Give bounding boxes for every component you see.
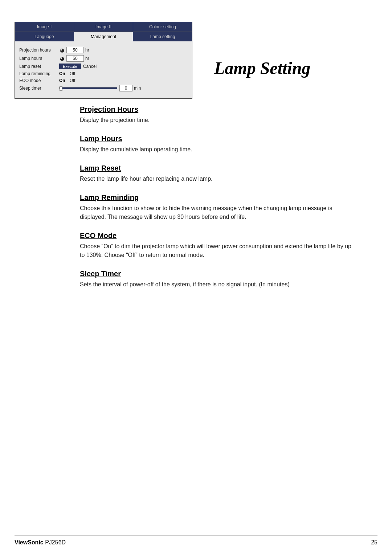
heading-projection-hours: Projection Hours (80, 105, 356, 114)
main-content: Projection Hours Display the projection … (80, 105, 356, 289)
heading-lamp-hours: Lamp Hours (80, 135, 356, 143)
tab-image-i[interactable]: Image-I (15, 22, 74, 32)
osd-panel: Image-I Image-II Colour setting Language… (15, 22, 192, 99)
sleep-timer-value[interactable]: 0 (119, 85, 132, 91)
projection-hours-value[interactable]: 50 (66, 47, 84, 53)
tab-image-ii[interactable]: Image-II (74, 22, 133, 32)
lamp-setting-title: Lamp Setting (214, 58, 310, 78)
body-lamp-reset: Reset the lamp life hour after replacing… (80, 175, 356, 183)
body-sleep-timer: Sets the interval of power-off of the sy… (80, 280, 356, 289)
body-lamp-hours: Display the cumulative lamp operating ti… (80, 145, 356, 154)
osd-tab-row2: Language Management Lamp setting (15, 32, 192, 41)
osd-label-lamp-hours: Lamp hours (19, 56, 59, 61)
osd-lamp-reminding: Lamp reminding On Off (19, 71, 188, 76)
eco-mode-off[interactable]: Off (70, 78, 75, 83)
projection-hours-unit: hr (85, 48, 89, 53)
tab-language[interactable]: Language (15, 32, 74, 41)
brand-name: ViewSonic (15, 539, 44, 545)
cancel-option[interactable]: Cancel (83, 64, 97, 69)
heading-sleep-timer: Sleep Timer (80, 270, 356, 278)
heading-lamp-reset: Lamp Reset (80, 164, 356, 172)
lamp-hours-unit: hr (85, 56, 89, 61)
sleep-timer-slider-wrap: 0 min (59, 85, 141, 91)
footer-page-number: 25 (371, 539, 377, 546)
lamp-hours-value[interactable]: 50 (66, 55, 84, 62)
heading-eco-mode: ECO Mode (80, 232, 356, 240)
osd-sleep-timer: Sleep timer 0 min (19, 85, 188, 91)
body-eco-mode: Choose “On” to dim the projector lamp wh… (80, 242, 356, 259)
osd-projection-hours: Projection hours ◕ 50 hr (19, 47, 188, 53)
footer-brand: ViewSonic PJ256D (15, 539, 66, 546)
tab-management[interactable]: Management (74, 32, 133, 41)
footer: ViewSonic PJ256D 25 (15, 535, 377, 546)
osd-label-projection-hours: Projection hours (19, 48, 59, 53)
osd-label-lamp-reminding: Lamp reminding (19, 71, 59, 76)
osd-label-lamp-reset: Lamp reset (19, 64, 59, 69)
model-number: PJ256D (45, 539, 66, 545)
osd-body: Projection hours ◕ 50 hr Lamp hours ◕ 50… (15, 41, 192, 98)
osd-lamp-hours: Lamp hours ◕ 50 hr (19, 55, 188, 62)
dial-icon-projection: ◕ (59, 47, 65, 53)
heading-lamp-reminding: Lamp Reminding (80, 193, 356, 202)
sleep-timer-thumb (60, 86, 62, 91)
osd-lamp-reset: Lamp reset Execute Cancel (19, 64, 188, 69)
tab-lamp-setting[interactable]: Lamp setting (133, 32, 192, 41)
osd-eco-mode: ECO mode On Off (19, 78, 188, 83)
osd-label-eco-mode: ECO mode (19, 78, 59, 83)
sleep-timer-slider[interactable] (59, 87, 117, 89)
osd-label-sleep-timer: Sleep timer (19, 86, 59, 91)
tab-colour-setting[interactable]: Colour setting (133, 22, 192, 32)
eco-mode-on[interactable]: On (59, 78, 65, 83)
lamp-reminding-off[interactable]: Off (70, 71, 75, 76)
sleep-timer-unit: min (134, 86, 141, 91)
body-lamp-reminding: Choose this function to show or to hide … (80, 204, 356, 221)
execute-button[interactable]: Execute (59, 64, 81, 69)
lamp-reminding-on[interactable]: On (59, 71, 65, 76)
dial-icon-lamp: ◕ (59, 56, 65, 61)
osd-tab-row1: Image-I Image-II Colour setting (15, 22, 192, 32)
body-projection-hours: Display the projection time. (80, 116, 356, 124)
